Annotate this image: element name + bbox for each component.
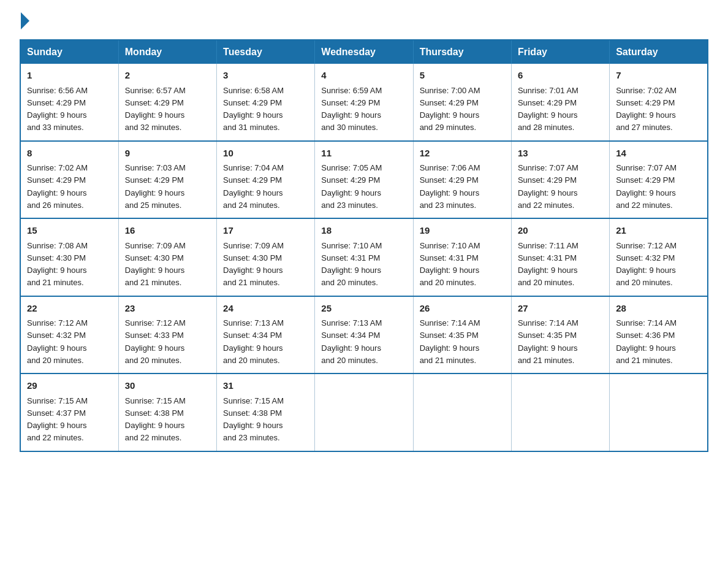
day-info: Sunrise: 7:00 AMSunset: 4:29 PMDaylight:… [420,86,480,132]
day-number: 15 [27,224,112,238]
day-header-tuesday: Tuesday [217,40,315,64]
day-number: 2 [125,69,210,83]
day-info: Sunrise: 7:08 AMSunset: 4:30 PMDaylight:… [27,241,88,288]
calendar-cell: 12 Sunrise: 7:06 AMSunset: 4:29 PMDaylig… [413,141,511,219]
day-info: Sunrise: 7:12 AMSunset: 4:32 PMDaylight:… [27,318,88,365]
day-number: 21 [616,224,701,238]
day-info: Sunrise: 6:57 AMSunset: 4:29 PMDaylight:… [125,86,186,132]
calendar-cell: 22 Sunrise: 7:12 AMSunset: 4:32 PMDaylig… [20,296,118,374]
day-info: Sunrise: 7:02 AMSunset: 4:29 PMDaylight:… [27,163,88,210]
calendar-cell: 26 Sunrise: 7:14 AMSunset: 4:35 PMDaylig… [413,296,511,374]
day-info: Sunrise: 7:10 AMSunset: 4:31 PMDaylight:… [321,241,382,288]
day-number: 23 [125,302,210,316]
day-number: 1 [27,69,112,83]
day-info: Sunrise: 7:15 AMSunset: 4:38 PMDaylight:… [223,396,284,443]
calendar-cell: 23 Sunrise: 7:12 AMSunset: 4:33 PMDaylig… [118,296,216,374]
day-info: Sunrise: 7:06 AMSunset: 4:29 PMDaylight:… [420,163,480,210]
calendar-cell: 7 Sunrise: 7:02 AMSunset: 4:29 PMDayligh… [610,64,708,141]
day-info: Sunrise: 7:15 AMSunset: 4:37 PMDaylight:… [27,396,88,443]
day-info: Sunrise: 7:13 AMSunset: 4:34 PMDaylight:… [223,318,284,365]
calendar-cell: 20 Sunrise: 7:11 AMSunset: 4:31 PMDaylig… [511,218,609,296]
day-header-friday: Friday [511,40,609,64]
calendar-cell: 29 Sunrise: 7:15 AMSunset: 4:37 PMDaylig… [20,373,118,451]
day-header-thursday: Thursday [413,40,511,64]
calendar-cell: 28 Sunrise: 7:14 AMSunset: 4:36 PMDaylig… [610,296,708,374]
day-number: 16 [125,224,210,238]
calendar-cell: 9 Sunrise: 7:03 AMSunset: 4:29 PMDayligh… [118,141,216,219]
calendar-cell: 14 Sunrise: 7:07 AMSunset: 4:29 PMDaylig… [610,141,708,219]
day-header-wednesday: Wednesday [315,40,413,64]
day-number: 28 [616,302,701,316]
day-number: 31 [223,379,308,393]
day-info: Sunrise: 7:12 AMSunset: 4:33 PMDaylight:… [125,318,186,365]
day-info: Sunrise: 7:14 AMSunset: 4:35 PMDaylight:… [420,318,480,365]
day-number: 17 [223,224,308,238]
day-number: 27 [518,302,603,316]
calendar-week-row: 22 Sunrise: 7:12 AMSunset: 4:32 PMDaylig… [20,296,708,374]
calendar-cell: 19 Sunrise: 7:10 AMSunset: 4:31 PMDaylig… [413,218,511,296]
day-number: 25 [321,302,406,316]
day-number: 4 [321,69,406,83]
day-number: 24 [223,302,308,316]
calendar-table: SundayMondayTuesdayWednesdayThursdayFrid… [20,39,708,452]
page-header [20,15,708,27]
day-number: 22 [27,302,112,316]
day-number: 14 [616,147,701,161]
day-info: Sunrise: 6:59 AMSunset: 4:29 PMDaylight:… [321,86,382,132]
day-info: Sunrise: 7:11 AMSunset: 4:31 PMDaylight:… [518,241,578,288]
calendar-week-row: 15 Sunrise: 7:08 AMSunset: 4:30 PMDaylig… [20,218,708,296]
day-info: Sunrise: 7:10 AMSunset: 4:31 PMDaylight:… [420,241,480,288]
day-info: Sunrise: 7:05 AMSunset: 4:29 PMDaylight:… [321,163,382,210]
calendar-cell: 24 Sunrise: 7:13 AMSunset: 4:34 PMDaylig… [217,296,315,374]
calendar-cell: 16 Sunrise: 7:09 AMSunset: 4:30 PMDaylig… [118,218,216,296]
logo [20,15,29,27]
logo-arrow-icon [21,12,29,29]
day-number: 5 [420,69,505,83]
calendar-cell: 25 Sunrise: 7:13 AMSunset: 4:34 PMDaylig… [315,296,413,374]
calendar-cell [413,373,511,451]
day-info: Sunrise: 7:07 AMSunset: 4:29 PMDaylight:… [518,163,578,210]
day-info: Sunrise: 7:04 AMSunset: 4:29 PMDaylight:… [223,163,284,210]
calendar-cell: 18 Sunrise: 7:10 AMSunset: 4:31 PMDaylig… [315,218,413,296]
calendar-cell: 11 Sunrise: 7:05 AMSunset: 4:29 PMDaylig… [315,141,413,219]
calendar-cell: 1 Sunrise: 6:56 AMSunset: 4:29 PMDayligh… [20,64,118,141]
calendar-week-row: 1 Sunrise: 6:56 AMSunset: 4:29 PMDayligh… [20,64,708,141]
calendar-cell: 15 Sunrise: 7:08 AMSunset: 4:30 PMDaylig… [20,218,118,296]
day-header-saturday: Saturday [610,40,708,64]
day-number: 8 [27,147,112,161]
day-info: Sunrise: 7:03 AMSunset: 4:29 PMDaylight:… [125,163,186,210]
calendar-cell: 3 Sunrise: 6:58 AMSunset: 4:29 PMDayligh… [217,64,315,141]
calendar-cell: 10 Sunrise: 7:04 AMSunset: 4:29 PMDaylig… [217,141,315,219]
day-number: 10 [223,147,308,161]
calendar-cell: 2 Sunrise: 6:57 AMSunset: 4:29 PMDayligh… [118,64,216,141]
day-number: 29 [27,379,112,393]
day-number: 20 [518,224,603,238]
calendar-cell: 4 Sunrise: 6:59 AMSunset: 4:29 PMDayligh… [315,64,413,141]
day-number: 13 [518,147,603,161]
calendar-cell: 13 Sunrise: 7:07 AMSunset: 4:29 PMDaylig… [511,141,609,219]
calendar-cell: 17 Sunrise: 7:09 AMSunset: 4:30 PMDaylig… [217,218,315,296]
calendar-cell: 30 Sunrise: 7:15 AMSunset: 4:38 PMDaylig… [118,373,216,451]
day-info: Sunrise: 7:01 AMSunset: 4:29 PMDaylight:… [518,86,578,132]
day-info: Sunrise: 7:07 AMSunset: 4:29 PMDaylight:… [616,163,677,210]
day-number: 7 [616,69,701,83]
calendar-cell [315,373,413,451]
calendar-cell [610,373,708,451]
calendar-cell: 31 Sunrise: 7:15 AMSunset: 4:38 PMDaylig… [217,373,315,451]
day-header-monday: Monday [118,40,216,64]
day-number: 26 [420,302,505,316]
day-header-sunday: Sunday [20,40,118,64]
day-number: 30 [125,379,210,393]
day-number: 11 [321,147,406,161]
calendar-week-row: 8 Sunrise: 7:02 AMSunset: 4:29 PMDayligh… [20,141,708,219]
day-number: 18 [321,224,406,238]
calendar-header-row: SundayMondayTuesdayWednesdayThursdayFrid… [20,40,708,64]
calendar-cell: 8 Sunrise: 7:02 AMSunset: 4:29 PMDayligh… [20,141,118,219]
day-info: Sunrise: 7:14 AMSunset: 4:36 PMDaylight:… [616,318,677,365]
day-info: Sunrise: 7:09 AMSunset: 4:30 PMDaylight:… [223,241,284,288]
day-number: 19 [420,224,505,238]
calendar-cell: 5 Sunrise: 7:00 AMSunset: 4:29 PMDayligh… [413,64,511,141]
day-number: 12 [420,147,505,161]
day-info: Sunrise: 7:15 AMSunset: 4:38 PMDaylight:… [125,396,186,443]
day-info: Sunrise: 6:58 AMSunset: 4:29 PMDaylight:… [223,86,284,132]
